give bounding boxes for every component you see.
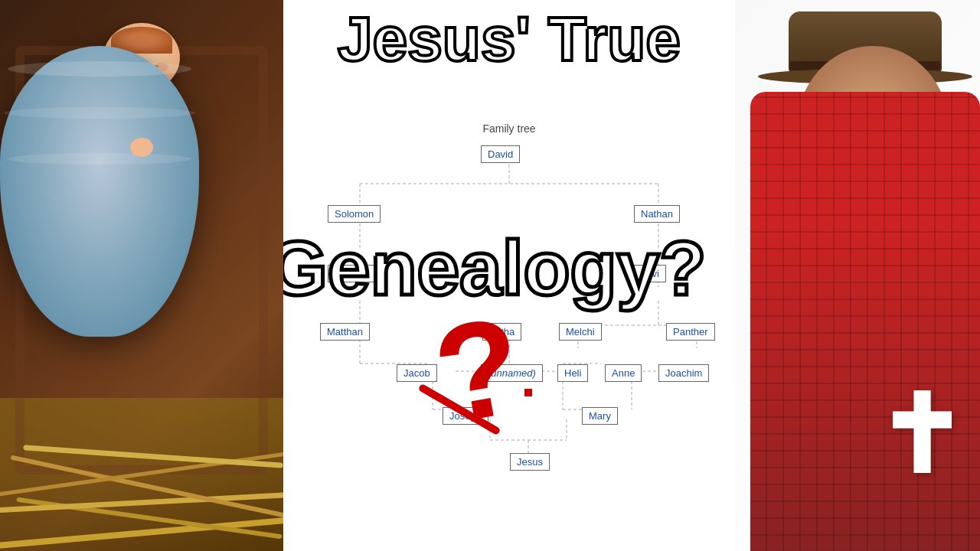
straw-area [0,413,283,551]
node-david: David [481,145,520,163]
node-jacob: Jacob [397,364,437,382]
title-overlay: Jesus' True [283,8,735,70]
right-panel: ✝ [735,0,980,551]
node-solomon: Solomon [328,205,381,223]
node-matthan: Matthan [320,323,370,341]
node-mary: Mary [582,407,618,425]
man-figure: ✝ [735,0,980,551]
node-joachim: Joachim [658,364,709,382]
node-panther: Panther [666,323,715,341]
node-melchi: Melchi [559,323,602,341]
title-line2: Genealogy? [283,225,706,311]
node-heli: Heli [557,364,588,382]
node-nathan: Nathan [634,205,680,223]
genealogy-overlay: Genealogy? [283,230,735,306]
node-jesus: Jesus [510,453,550,471]
center-panel: Jesus' True Family tree [283,0,735,551]
title-line1: Jesus' True [283,8,735,70]
baby-container [0,46,283,337]
baby-wrapped [0,46,199,337]
tree-label: Family tree [283,122,735,135]
left-panel [0,0,283,551]
cross-symbol: ✝ [875,383,965,490]
node-anne: Anne [605,364,642,382]
